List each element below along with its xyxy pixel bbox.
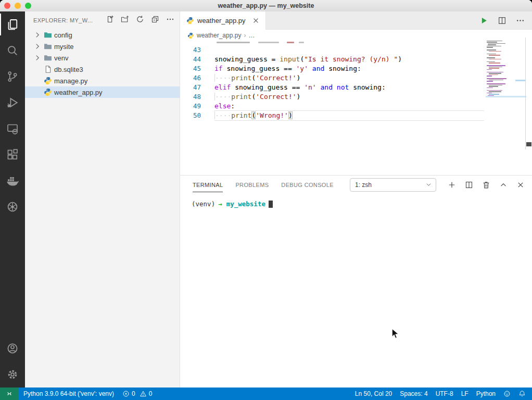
- docker-icon: [6, 174, 19, 187]
- code-line-47[interactable]: 47elif snowing_guess == 'n' and not snow…: [180, 83, 532, 92]
- file-item-mysite[interactable]: mysite: [25, 41, 180, 52]
- line-number: 48: [180, 92, 214, 102]
- chevron-right-icon: [33, 31, 42, 39]
- more-actions-button[interactable]: [516, 16, 525, 25]
- split-editor-button[interactable]: [498, 16, 506, 25]
- code-line-45[interactable]: 45if snowing_guess == 'y' and snowing:: [180, 64, 532, 73]
- cursor-position-status[interactable]: Ln 50, Col 20: [355, 390, 392, 397]
- chevron-right-icon[interactable]: [33, 42, 42, 51]
- python-icon: [186, 17, 194, 24]
- file-name: manage.py: [54, 77, 87, 85]
- remote-indicator[interactable]: [0, 388, 19, 400]
- file-item-db.sqlite3[interactable]: db.sqlite3: [25, 64, 180, 75]
- code-line-43[interactable]: 43: [180, 45, 532, 55]
- activity-bar-item-explorer[interactable]: [0, 11, 25, 38]
- line-number: 47: [180, 83, 214, 92]
- activity-bar-item-manage[interactable]: [0, 361, 25, 388]
- traffic-lights: [4, 3, 31, 9]
- activity-bar-item-remote-explorer[interactable]: [0, 116, 25, 142]
- new-folder-button[interactable]: [121, 15, 129, 26]
- error-count: 0: [132, 390, 135, 397]
- notifications-bell[interactable]: [518, 390, 526, 397]
- new-file-button[interactable]: [106, 15, 114, 26]
- new-terminal-button[interactable]: [448, 181, 456, 189]
- editor-actions: [266, 11, 532, 30]
- breadcrumb-more[interactable]: …: [248, 32, 255, 39]
- python-icon: [44, 88, 52, 96]
- minimap[interactable]: [487, 39, 523, 97]
- file-name: db.sqlite3: [54, 66, 83, 73]
- feedback-icon: [503, 390, 511, 397]
- minimize-window-button[interactable]: [15, 3, 21, 9]
- more-icon: [516, 16, 525, 25]
- eol-status[interactable]: LF: [461, 390, 468, 397]
- editor-tab-weather-app[interactable]: weather_app.py: [180, 11, 266, 30]
- terminal-shell-select[interactable]: 1: zsh: [350, 178, 436, 192]
- terminal[interactable]: (venv) → my_website: [180, 194, 532, 208]
- panel-tab-terminal[interactable]: TERMINAL: [193, 177, 223, 192]
- code-line-46[interactable]: 46····print('Correct!'): [180, 73, 532, 83]
- panel-tab-problems[interactable]: PROBLEMS: [235, 177, 269, 192]
- file-item-manage.py[interactable]: manage.py: [25, 75, 180, 86]
- activity-bar-item-kubernetes[interactable]: [0, 194, 25, 220]
- settings-gear-icon: [6, 368, 19, 381]
- refresh-icon: [136, 15, 144, 23]
- panel-header: TERMINALPROBLEMSDEBUG CONSOLE 1: zsh: [180, 176, 532, 194]
- breadcrumb[interactable]: weather_app.py › …: [180, 30, 532, 41]
- window-title: weather_app.py — my_website: [218, 2, 314, 9]
- indentation-status[interactable]: Spaces: 4: [400, 390, 427, 397]
- language-mode-status[interactable]: Python: [476, 390, 496, 397]
- close-tab-icon[interactable]: [252, 17, 260, 25]
- maximize-panel-button[interactable]: [499, 181, 508, 189]
- folder-icon: [44, 42, 52, 51]
- panel-actions: [448, 181, 525, 189]
- refresh-explorer-button[interactable]: [136, 15, 144, 26]
- shell-select-value: 1: zsh: [355, 181, 372, 189]
- code-line-50[interactable]: 50····print('Wrong!'): [180, 111, 532, 120]
- code-line-44[interactable]: 44snowing_guess = input("Is it snowing? …: [180, 55, 532, 64]
- activity-bar-item-source-control[interactable]: [0, 64, 25, 90]
- panel-tab-debug-console[interactable]: DEBUG CONSOLE: [281, 177, 334, 192]
- clipped-line-fragment: [258, 42, 279, 43]
- chevron-right-icon[interactable]: [33, 54, 42, 62]
- problems-status[interactable]: 0 0: [122, 390, 154, 397]
- file-item-venv[interactable]: venv: [25, 52, 180, 64]
- remote-icon: [6, 390, 13, 397]
- zoom-window-button[interactable]: [25, 3, 31, 9]
- chevron-right-icon[interactable]: [33, 31, 42, 39]
- line-content: elif snowing_guess == 'n' and not snowin…: [214, 83, 484, 92]
- explorer-actions: [106, 15, 174, 26]
- activity-bar-item-search[interactable]: [0, 38, 25, 64]
- run-python-file-button[interactable]: [479, 16, 488, 25]
- line-content: [214, 45, 484, 55]
- bell-icon: [518, 390, 526, 397]
- collapse-folders-button[interactable]: [151, 15, 159, 26]
- warning-icon: [140, 390, 147, 397]
- code-editor[interactable]: 4344snowing_guess = input("Is it snowing…: [180, 41, 532, 175]
- python-interpreter-status[interactable]: Python 3.9.0 64-bit ('venv': venv): [23, 390, 114, 397]
- activity-bar-item-accounts[interactable]: [0, 335, 25, 361]
- split-editor-icon: [498, 16, 506, 25]
- kill-terminal-button[interactable]: [482, 181, 490, 189]
- activity-bar-item-extensions[interactable]: [0, 142, 25, 168]
- file-item-config[interactable]: config: [25, 29, 180, 41]
- activity-bar-item-docker[interactable]: [0, 168, 25, 194]
- python-icon: [44, 77, 52, 85]
- close-icon: [516, 181, 525, 189]
- file-icon: [44, 65, 52, 73]
- breadcrumb-file[interactable]: weather_app.py: [197, 32, 241, 39]
- close-window-button[interactable]: [4, 3, 10, 9]
- trash-icon: [482, 181, 490, 189]
- line-content: ····print('Correct!'): [214, 73, 484, 83]
- code-line-49[interactable]: 49else:: [180, 102, 532, 111]
- code-line-48[interactable]: 48····print('Correct!'): [180, 92, 532, 102]
- activity-bar-item-run-and-debug[interactable]: [0, 90, 25, 116]
- close-panel-button[interactable]: [516, 181, 525, 189]
- panel-tabs: TERMINALPROBLEMSDEBUG CONSOLE: [193, 177, 350, 192]
- file-item-weather_app.py[interactable]: weather_app.py: [25, 86, 180, 98]
- encoding-status[interactable]: UTF-8: [436, 390, 453, 397]
- more-actions-button[interactable]: [166, 15, 174, 26]
- split-terminal-button[interactable]: [465, 181, 473, 189]
- feedback-button[interactable]: [503, 390, 511, 397]
- run-debug-icon: [6, 96, 19, 109]
